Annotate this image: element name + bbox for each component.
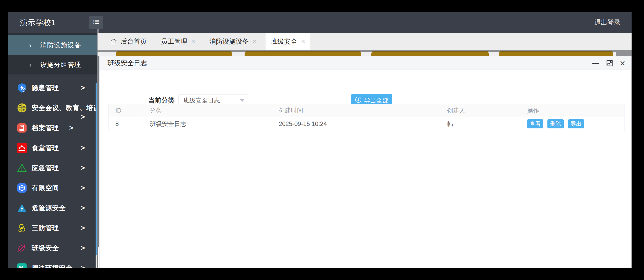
hazard-source-icon — [17, 203, 27, 213]
background-page-strip — [98, 50, 632, 56]
minimize-icon[interactable] — [592, 63, 600, 64]
table-body: 8班级安全日志2025-09-15 10:24韩查看删除导出 — [108, 117, 624, 131]
topbar: 演示学校1 退出登录 — [8, 12, 632, 33]
meeting-training-icon: $ — [17, 103, 27, 113]
submenu-item-label: 设施分组管理 — [40, 60, 81, 69]
menu-item-label: 三防管理 — [32, 224, 59, 232]
tab[interactable]: 后台首页 — [105, 33, 152, 50]
background-card-header-gray — [616, 51, 632, 56]
application-window: 演示学校1 退出登录 › 消防设施设备 › 设施分组管理 隐患管理 > $ 安全… — [8, 12, 632, 268]
background-card-header — [116, 51, 232, 56]
chevron-right-icon: > — [81, 184, 85, 192]
sidebar-menu: 隐患管理 > $ 安全会议、教育、培训 > 档案管理 > 食堂管理 > 应急管理… — [8, 78, 98, 268]
archive-icon — [17, 123, 27, 133]
table-cell: 2025-09-15 10:24 — [272, 117, 440, 131]
table-header-cell: 操作 — [520, 104, 624, 117]
log-table: ID分类创建时间创建人操作 8班级安全日志2025-09-15 10:24韩查看… — [108, 104, 624, 131]
table-cell: 韩 — [440, 117, 520, 131]
expand-icon[interactable] — [606, 60, 613, 67]
chevron-right-icon: > — [81, 224, 85, 232]
canteen-icon — [17, 143, 27, 153]
tab-label: 班级安全 — [271, 37, 297, 46]
tab-close-icon[interactable]: × — [191, 38, 195, 45]
background-card-header — [372, 51, 489, 56]
tab[interactable]: 消防设施设备 × — [204, 33, 262, 50]
svg-text:$: $ — [19, 109, 20, 112]
background-card-header — [244, 51, 361, 56]
table-cell: 8 — [108, 117, 143, 131]
menu-item-label: 安全会议、教育、培训 — [32, 104, 98, 112]
sidebar-menu-item[interactable]: $ 安全会议、教育、培训 > — [8, 98, 98, 118]
row-action-button[interactable]: 查看 — [527, 119, 543, 128]
sidebar-menu-item[interactable]: 档案管理 > — [8, 118, 98, 138]
sidebar: › 消防设施设备 › 设施分组管理 隐患管理 > $ 安全会议、教育、培训 > … — [8, 33, 98, 268]
table-header-cell: 分类 — [143, 104, 272, 117]
environment-icon — [17, 263, 27, 268]
chevron-right-icon: > — [81, 164, 85, 172]
submenu-item-label: 消防设施设备 — [40, 41, 81, 50]
confined-space-icon — [17, 183, 27, 193]
sidebar-toggle-button[interactable] — [89, 16, 103, 29]
chevron-down-icon — [240, 99, 244, 102]
sidebar-menu-item[interactable]: 周边环境安全 > — [8, 258, 98, 268]
menu-item-label: 隐患管理 — [32, 84, 59, 92]
dialog-window-controls: × — [592, 56, 625, 70]
sidebar-scrollbar-track — [96, 255, 97, 268]
chevron-right-icon: › — [29, 60, 32, 69]
sidebar-submenu-item[interactable]: › 消防设施设备 — [8, 35, 98, 55]
table-row: 8班级安全日志2025-09-15 10:24韩查看删除导出 — [108, 117, 624, 131]
tab[interactable]: 员工管理 × — [156, 33, 200, 50]
shield-hazard-icon — [17, 83, 27, 93]
class-safety-icon — [17, 243, 27, 253]
download-circle-icon — [355, 96, 362, 105]
dialog-title: 班级安全日志 — [108, 56, 147, 70]
chevron-right-icon: > — [81, 244, 85, 252]
sidebar-menu-item[interactable]: 隐患管理 > — [8, 78, 98, 98]
chevron-right-icon: > — [81, 264, 85, 268]
chevron-right-icon: > — [81, 144, 85, 152]
dialog-header: 班级安全日志 × — [100, 56, 631, 70]
table-cell: 班级安全日志 — [143, 117, 272, 131]
sidebar-menu-item[interactable]: 有限空间 > — [8, 178, 98, 198]
sidebar-menu-item[interactable]: 班级安全 > — [8, 238, 98, 258]
home-icon — [110, 38, 118, 45]
sidebar-submenu-item[interactable]: › 设施分组管理 — [8, 55, 98, 75]
table-header-cell: 创建人 — [440, 104, 520, 117]
tab-close-icon[interactable]: × — [253, 38, 256, 45]
sidebar-menu-item[interactable]: 食堂管理 > — [8, 138, 98, 158]
tab-label: 后台首页 — [120, 37, 147, 46]
tab-bar: 后台首页 员工管理 × 消防设施设备 × 班级安全 × — [98, 33, 632, 50]
menu-item-label: 周边环境安全 — [32, 264, 73, 268]
three-defense-icon — [17, 223, 27, 233]
chevron-right-icon: > — [69, 124, 73, 132]
dialog-toolbar: 当前分类 班级安全日志 导出全部 — [100, 70, 631, 99]
table-header-row: ID分类创建时间创建人操作 — [108, 104, 624, 117]
close-icon[interactable]: × — [620, 60, 625, 67]
menu-item-label: 应急管理 — [32, 164, 59, 172]
sidebar-submenu-group: › 消防设施设备 › 设施分组管理 — [8, 33, 98, 75]
sidebar-menu-item[interactable]: 三防管理 > — [8, 218, 98, 238]
table-header-cell: ID — [108, 104, 143, 117]
row-action-button[interactable]: 删除 — [548, 119, 564, 128]
list-icon — [92, 18, 100, 27]
background-card-header — [499, 51, 613, 56]
table-header-cell: 创建时间 — [272, 104, 440, 117]
emergency-icon — [17, 163, 27, 173]
tab-close-icon[interactable]: × — [301, 38, 305, 45]
app-title: 演示学校1 — [20, 12, 56, 33]
menu-item-label: 危险源安全 — [32, 204, 66, 212]
export-all-label: 导出全部 — [364, 96, 388, 105]
menu-item-label: 有限空间 — [32, 184, 59, 192]
tab[interactable]: 班级安全 × — [266, 33, 310, 50]
logout-button[interactable]: 退出登录 — [594, 12, 620, 33]
content-scrollbar[interactable] — [97, 29, 99, 247]
menu-item-label: 班级安全 — [32, 244, 59, 252]
tab-label: 员工管理 — [161, 37, 187, 46]
class-safety-log-dialog: 班级安全日志 × 当前分类 班级安全日志 — [99, 56, 632, 268]
menu-item-label: 档案管理 — [32, 124, 59, 132]
row-action-button[interactable]: 导出 — [568, 119, 584, 128]
table-actions-cell: 查看删除导出 — [520, 117, 624, 131]
chevron-right-icon: › — [29, 41, 32, 50]
sidebar-menu-item[interactable]: 应急管理 > — [8, 158, 98, 178]
sidebar-menu-item[interactable]: 危险源安全 > — [8, 198, 98, 218]
